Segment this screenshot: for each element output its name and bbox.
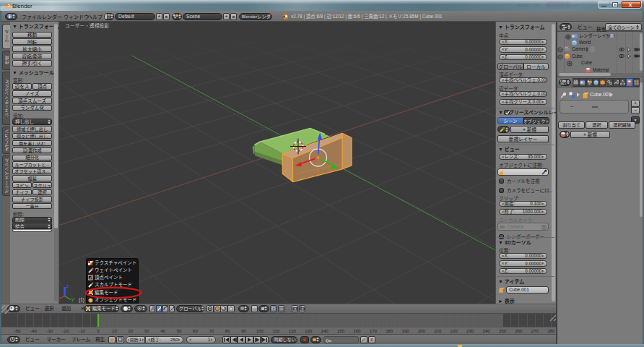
svg-text:y: y [71,296,74,302]
svg-text:z: z [66,283,69,288]
